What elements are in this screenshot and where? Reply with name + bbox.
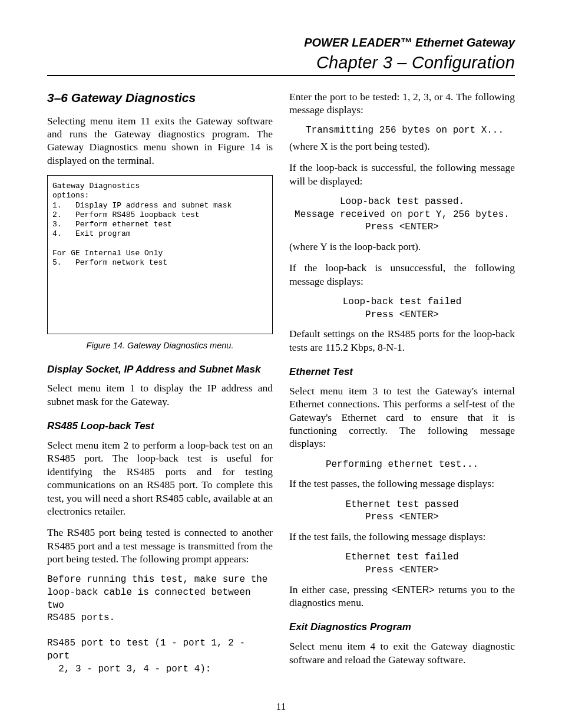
page: POWER LEADER™ Ethernet Gateway Chapter 3… <box>0 0 562 728</box>
body-paragraph: (where Y is the loop-back port). <box>289 240 515 253</box>
figure-caption: Figure 14. Gateway Diagnostics menu. <box>47 340 273 351</box>
subsection-heading: RS485 Loop-back Test <box>47 420 273 433</box>
left-column: 3–6 Gateway Diagnostics Selecting menu i… <box>47 90 273 684</box>
figure-box: Gateway Diagnostics options: 1. Display … <box>47 175 273 334</box>
page-number: 11 <box>47 700 515 713</box>
body-paragraph: Select menu item 4 to exit the Gateway d… <box>289 640 515 666</box>
code-block: Performing ethernet test... <box>289 459 515 472</box>
text-run: In either case, pressing <box>289 584 392 595</box>
code-block: Loop-back test failed Press <ENTER> <box>289 296 515 321</box>
right-column: Enter the port to be tested: 1, 2, 3, or… <box>289 90 515 684</box>
subsection-heading: Ethernet Test <box>289 365 515 378</box>
section-heading: 3–6 Gateway Diagnostics <box>47 90 273 106</box>
code-block: Ethernet test passed Press <ENTER> <box>289 499 515 524</box>
code-block: Ethernet test failed Press <ENTER> <box>289 551 515 577</box>
body-paragraph: Selecting menu item 11 exits the Gateway… <box>47 114 273 167</box>
body-paragraph: Default settings on the RS485 ports for … <box>289 327 515 354</box>
body-paragraph: Enter the port to be tested: 1, 2, 3, or… <box>289 90 515 117</box>
code-block: Transmitting 256 bytes on port X... <box>306 124 515 137</box>
body-paragraph: The RS485 port being tested is connected… <box>47 526 273 565</box>
body-paragraph: If the test fails, the following message… <box>289 530 515 543</box>
product-title: POWER LEADER™ Ethernet Gateway <box>47 35 515 51</box>
body-paragraph: If the loop-back is successful, the foll… <box>289 161 515 187</box>
code-block: Loop-back test passed. Message received … <box>289 196 515 234</box>
body-paragraph: If the test passes, the following messag… <box>289 477 515 490</box>
subsection-heading: Exit Diagnostics Program <box>289 621 515 634</box>
terminal-output: Gateway Diagnostics options: 1. Display … <box>52 182 267 268</box>
body-paragraph: If the loop-back is unsuccessful, the fo… <box>289 261 515 288</box>
subsection-heading: Display Socket, IP Address and Subnet Ma… <box>47 363 273 376</box>
body-paragraph: In either case, pressing <ENTER> returns… <box>289 583 515 610</box>
running-head: POWER LEADER™ Ethernet Gateway Chapter 3… <box>47 35 515 76</box>
body-paragraph: Select menu item 1 to display the IP add… <box>47 381 273 408</box>
code-block: Before running this test, make sure the … <box>47 574 273 676</box>
body-paragraph: (where X is the port being tested). <box>289 140 515 153</box>
two-column-layout: 3–6 Gateway Diagnostics Selecting menu i… <box>47 90 515 684</box>
body-paragraph: Select menu item 3 to test the Gateway's… <box>289 384 515 450</box>
body-paragraph: Select menu item 2 to perform a loop-bac… <box>47 439 273 518</box>
enter-key-label: <ENTER> <box>392 585 435 595</box>
chapter-title: Chapter 3 – Configuration <box>47 52 515 74</box>
